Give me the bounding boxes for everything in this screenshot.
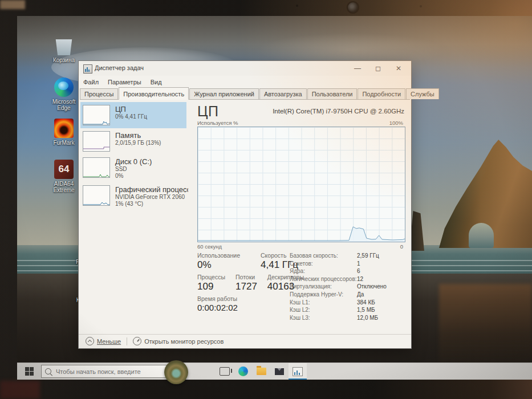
- rock-arch-hole: [469, 223, 494, 248]
- desk-background: [0, 381, 40, 399]
- sidebar-item-cpu[interactable]: ЦП 0% 4,41 ГГц: [80, 102, 186, 128]
- task-manager-window: Диспетчер задач — ◻ ✕ Файл Параметры Вид…: [78, 60, 412, 349]
- edge-icon: [54, 78, 74, 97]
- windows-logo-icon: [25, 367, 34, 376]
- cpu-uptime: Время работы 0:00:02:02: [197, 295, 238, 312]
- taskbar-search[interactable]: [41, 365, 182, 378]
- tab-processes[interactable]: Процессы: [80, 88, 118, 99]
- detail-row: Логических процессоров:12: [290, 276, 404, 282]
- disk-thumbnail-graph: [83, 157, 110, 178]
- graph-time-zero: 0: [400, 243, 403, 250]
- wallpaper-rock-reflection: [439, 284, 532, 375]
- taskbar-edge-button[interactable]: [234, 363, 252, 380]
- desk-background: [0, 0, 25, 9]
- tab-startup[interactable]: Автозагрузка: [259, 88, 307, 99]
- sidebar-item-disk[interactable]: Диск 0 (C:) SSD 0%: [80, 154, 186, 182]
- title-bar[interactable]: Диспетчер задач — ◻ ✕: [79, 61, 411, 76]
- detail-row: Базовая скорость:2,59 ГГц: [290, 253, 404, 259]
- start-button[interactable]: [17, 363, 41, 380]
- detail-row: Кэш L2:1,5 МБ: [290, 307, 404, 313]
- open-resource-monitor-link[interactable]: Открыть монитор ресурсов: [144, 338, 224, 345]
- menu-options[interactable]: Параметры: [108, 79, 141, 85]
- taskbar: [17, 363, 532, 380]
- detail-row: Виртуализация:Отключено: [290, 283, 404, 290]
- detail-row: Ядра:6: [290, 268, 404, 274]
- task-manager-app-icon: [83, 64, 92, 74]
- tab-details[interactable]: Подробности: [358, 88, 405, 99]
- taskbar-mail-button[interactable]: [270, 363, 289, 380]
- sidebar-item-title: Память: [115, 131, 161, 140]
- aida64-icon: 64: [54, 160, 74, 179]
- usage-value: 0%: [197, 259, 240, 271]
- detail-row: Кэш L1:384 КБ: [290, 299, 404, 306]
- gpu-thumbnail-graph: [83, 185, 110, 206]
- cpu-stats-row1: Использование 0% Скорость 4,41 ГГц: [197, 252, 298, 271]
- uptime-label: Время работы: [197, 295, 238, 302]
- cpu-details-list: Базовая скорость:2,59 ГГц Сокетов:1 Ядра…: [290, 253, 404, 322]
- icon-label: Microsoft Edge: [47, 99, 81, 111]
- edge-icon: [238, 367, 248, 376]
- tab-performance[interactable]: Производительность: [119, 87, 189, 100]
- tab-strip: Процессы Производительность Журнал прило…: [80, 88, 410, 100]
- uptime-value: 0:00:02:02: [197, 303, 238, 312]
- tab-users[interactable]: Пользователи: [307, 88, 358, 99]
- cpu-thumbnail-graph: [83, 105, 110, 125]
- desktop-icon-recycle-bin[interactable]: Корзина: [40, 36, 88, 63]
- recycle-bin-icon: [54, 36, 74, 55]
- maximize-button[interactable]: ◻: [368, 61, 388, 76]
- sidebar-item-sub: 0% 4,41 ГГц: [115, 113, 147, 120]
- icon-label: AIDA64 Extreme: [47, 181, 80, 193]
- sidebar-item-sub: 2,0/15,9 ГБ (13%): [115, 140, 161, 146]
- cpu-stats-row2: Процессы 109 Потоки 1727 Дескрипторы 401…: [197, 274, 304, 292]
- processes-label: Процессы: [197, 274, 225, 280]
- threads-value: 1727: [235, 281, 257, 292]
- mail-icon: [275, 368, 284, 375]
- threads-label: Потоки: [235, 274, 257, 280]
- taskbar-task-manager-button[interactable]: [289, 363, 307, 380]
- furmark-icon: [54, 119, 74, 138]
- graph-axis-max: 100%: [389, 120, 403, 126]
- detail-row: Сокетов:1: [290, 260, 404, 267]
- close-button[interactable]: ✕: [388, 61, 409, 76]
- resource-monitor-icon: [133, 337, 141, 345]
- processes-value: 109: [197, 281, 225, 292]
- menu-bar: Файл Параметры Вид: [79, 76, 411, 88]
- window-footer: Меньше Открыть монитор ресурсов: [79, 334, 411, 348]
- usage-label: Использование: [197, 252, 240, 259]
- sidebar-item-sub: SSD: [115, 166, 152, 173]
- task-view-icon: [220, 367, 230, 376]
- cpu-usage-graph: [197, 127, 405, 242]
- divider: [127, 337, 127, 345]
- window-title: Диспетчер задач: [95, 64, 144, 71]
- folder-icon: [257, 368, 266, 375]
- menu-file[interactable]: Файл: [83, 79, 99, 85]
- sidebar-item-title: Диск 0 (C:): [115, 157, 152, 166]
- microphone-dot: [420, 5, 422, 7]
- search-icon: [45, 368, 51, 374]
- graph-time-label: 60 секунд: [197, 243, 222, 250]
- round-app-icon[interactable]: [164, 360, 188, 384]
- task-manager-icon: [293, 367, 303, 376]
- tab-app-history[interactable]: Журнал приложений: [189, 88, 259, 99]
- microphone-dot: [296, 5, 298, 7]
- memory-thumbnail-graph: [83, 131, 110, 152]
- taskbar-explorer-button[interactable]: [252, 363, 270, 380]
- sidebar-item-memory[interactable]: Память 2,0/15,9 ГБ (13%): [80, 128, 186, 154]
- sidebar-item-title: ЦП: [115, 105, 147, 113]
- chevron-up-icon: [86, 337, 94, 345]
- sidebar-item-sub: NVIDIA GeForce RTX 2060: [115, 194, 188, 201]
- fewer-details-button[interactable]: Меньше: [97, 338, 121, 345]
- menu-view[interactable]: Вид: [151, 79, 162, 85]
- graph-axis-label: Используется %: [197, 120, 238, 126]
- minimize-button[interactable]: —: [347, 61, 368, 76]
- detail-row: Кэш L3:12,0 МБ: [290, 315, 404, 321]
- task-view-button[interactable]: [216, 363, 234, 380]
- tab-services[interactable]: Службы: [406, 88, 439, 99]
- window-controls: — ◻ ✕: [347, 61, 409, 76]
- sidebar-item-gpu[interactable]: Графический процессо NVIDIA GeForce RTX …: [80, 182, 186, 210]
- sidebar-item-title: Графический процессо: [115, 185, 188, 194]
- search-input[interactable]: [55, 368, 178, 376]
- cpu-section-title: ЦП: [197, 103, 218, 120]
- cpu-model-name: Intel(R) Core(TM) i7-9750H CPU @ 2.60GHz: [273, 108, 404, 115]
- performance-sidebar: ЦП 0% 4,41 ГГц Память 2,0/15,9 ГБ (13%) …: [80, 102, 194, 332]
